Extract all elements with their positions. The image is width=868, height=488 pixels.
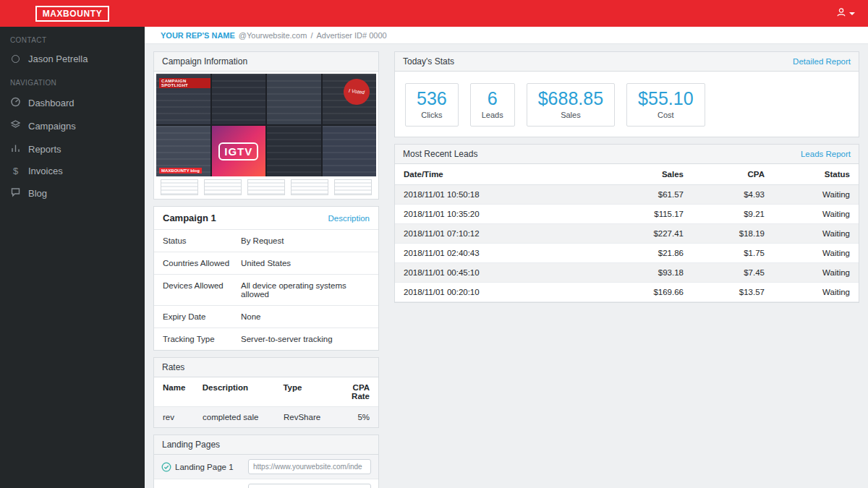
status-badge: Waiting xyxy=(765,249,850,257)
status-badge: Waiting xyxy=(765,268,850,277)
landing-page-row: Landing Page 1 xyxy=(154,455,378,479)
landing-pages-title: Landing Pages xyxy=(162,440,220,450)
table-row: 2018/11/01 00:45:10 $93.18 $7.45 Waiting xyxy=(395,263,859,283)
right-column: Today's Stats Detailed Report 536 Clicks… xyxy=(394,51,859,309)
sidebar-item-dashboard[interactable]: Dashboard xyxy=(0,91,145,114)
sidebar-item-blog[interactable]: Blog xyxy=(0,181,145,205)
invoices-dollar-icon: $ xyxy=(10,166,21,176)
landing-pages-card: Landing Pages Landing Page 1 Landing xyxy=(153,435,379,488)
brand-area: MAXBOUNTY xyxy=(0,6,145,22)
user-icon xyxy=(836,7,846,20)
sidebar: CONTACT Jason Petrella NAVIGATION Dashbo… xyxy=(0,27,145,488)
todays-stats-title: Today's Stats xyxy=(403,56,454,67)
todays-stats-card: Today's Stats Detailed Report 536 Clicks… xyxy=(394,51,859,137)
campaigns-icon xyxy=(10,119,21,132)
dashboard-icon xyxy=(10,96,21,109)
check-circle-icon xyxy=(161,462,171,472)
landing-page-row: Landing Page 2 xyxy=(154,479,378,488)
recent-leads-title: Most Recent Leads xyxy=(403,149,477,159)
reports-icon xyxy=(10,142,21,155)
rates-row: rev completed sale RevShare 5% xyxy=(154,407,378,427)
rates-title: Rates xyxy=(162,362,184,372)
status-badge: Waiting xyxy=(765,190,850,199)
status-badge: Waiting xyxy=(765,229,850,238)
main-area: YOUR REP'S NAME @Yourwebsite.com / Adver… xyxy=(145,27,868,488)
table-row: 2018/11/01 02:40:43 $21.86 $1.75 Waiting xyxy=(395,244,859,263)
advertiser-id: Advertiser ID# 0000 xyxy=(316,31,386,40)
sidebar-item-label: Reports xyxy=(28,144,61,155)
user-menu[interactable] xyxy=(836,7,855,20)
maxbounty-blog-badge: MAXBOUNTY blog xyxy=(159,168,202,174)
detail-row-expiry: Expiry Date None xyxy=(154,306,378,328)
table-row: 2018/11/01 00:20:10 $169.66 $13.57 Waiti… xyxy=(395,283,859,302)
contact-section-label: CONTACT xyxy=(0,27,145,48)
sidebar-item-label: Invoices xyxy=(28,166,63,176)
stat-box-cost: $55.10 Cost xyxy=(626,83,705,127)
thumbnail-strip xyxy=(156,178,376,197)
landing-page-url-input[interactable] xyxy=(248,484,371,488)
rates-header-row: Name Description Type CPA Rate xyxy=(154,377,378,407)
chevron-down-icon xyxy=(849,12,855,15)
landing-page-url-input[interactable] xyxy=(248,459,371,474)
stat-box-leads: 6 Leads xyxy=(470,83,515,127)
campaign-image: CAMPAIGN SPOTLIGHT MAXBOUNTY blog IGTV I… xyxy=(154,72,378,199)
status-badge: Waiting xyxy=(765,288,850,296)
rep-site: @Yourwebsite.com xyxy=(239,31,307,40)
sidebar-item-invoices[interactable]: $ Invoices xyxy=(0,160,145,181)
contact-circle-icon xyxy=(12,55,20,63)
sidebar-item-contact-rep[interactable]: Jason Petrella xyxy=(0,48,145,69)
status-badge: Waiting xyxy=(765,210,850,218)
sidebar-item-campaigns[interactable]: Campaigns xyxy=(0,114,145,137)
campaign-spotlight-text: CAMPAIGN SPOTLIGHT xyxy=(159,78,210,88)
stat-box-clicks: 536 Clicks xyxy=(405,83,459,127)
left-column: Campaign Information CAMPAIGN SPOTLIGHT … xyxy=(153,51,379,488)
blog-comment-icon xyxy=(10,187,21,200)
leads-report-link[interactable]: Leads Report xyxy=(801,150,851,158)
description-link[interactable]: Description xyxy=(328,214,370,223)
table-row: 2018/11/01 10:50:18 $61.57 $4.93 Waiting xyxy=(395,185,859,205)
separator: / xyxy=(310,31,312,40)
leads-table-header: Date/Time Sales CPA Status xyxy=(395,164,859,185)
detail-row-tracking: Tracking Type Server-to-server tracking xyxy=(154,328,378,350)
sidebar-item-label: Campaigns xyxy=(28,121,76,132)
top-bar: MAXBOUNTY xyxy=(0,0,868,27)
rep-info-bar: YOUR REP'S NAME @Yourwebsite.com / Adver… xyxy=(145,27,868,44)
detailed-report-link[interactable]: Detailed Report xyxy=(793,57,851,66)
maxbounty-logo[interactable]: MAXBOUNTY xyxy=(35,6,110,22)
rep-name: YOUR REP'S NAME xyxy=(161,31,235,40)
recent-leads-card: Most Recent Leads Leads Report Date/Time… xyxy=(394,144,859,303)
stat-box-sales: $688.85 Sales xyxy=(527,83,615,127)
campaign-information-title: Campaign Information xyxy=(162,56,247,67)
contact-name: Jason Petrella xyxy=(28,53,88,64)
detail-row-countries: Countries Allowed United States xyxy=(154,252,378,275)
campaign-name: Campaign 1 xyxy=(163,213,216,223)
rates-card: Rates Name Description Type CPA Rate rev… xyxy=(153,357,379,428)
table-row: 2018/11/01 10:35:20 $115.17 $9.21 Waitin… xyxy=(395,205,859,224)
detail-row-devices: Devices Allowed All device operating sys… xyxy=(154,275,378,306)
sidebar-item-reports[interactable]: Reports xyxy=(0,137,145,160)
sidebar-item-label: Dashboard xyxy=(28,98,75,108)
campaign-details-card: Campaign 1 Description Status By Request… xyxy=(153,206,379,351)
navigation-section-label: NAVIGATION xyxy=(0,69,145,91)
campaign-information-card: Campaign Information CAMPAIGN SPOTLIGHT … xyxy=(153,51,379,200)
detail-row-status: Status By Request xyxy=(154,230,378,252)
igtv-logo: IGTV xyxy=(218,142,258,160)
table-row: 2018/11/01 07:10:12 $227.41 $18.19 Waiti… xyxy=(395,224,859,244)
sidebar-item-label: Blog xyxy=(28,188,47,199)
